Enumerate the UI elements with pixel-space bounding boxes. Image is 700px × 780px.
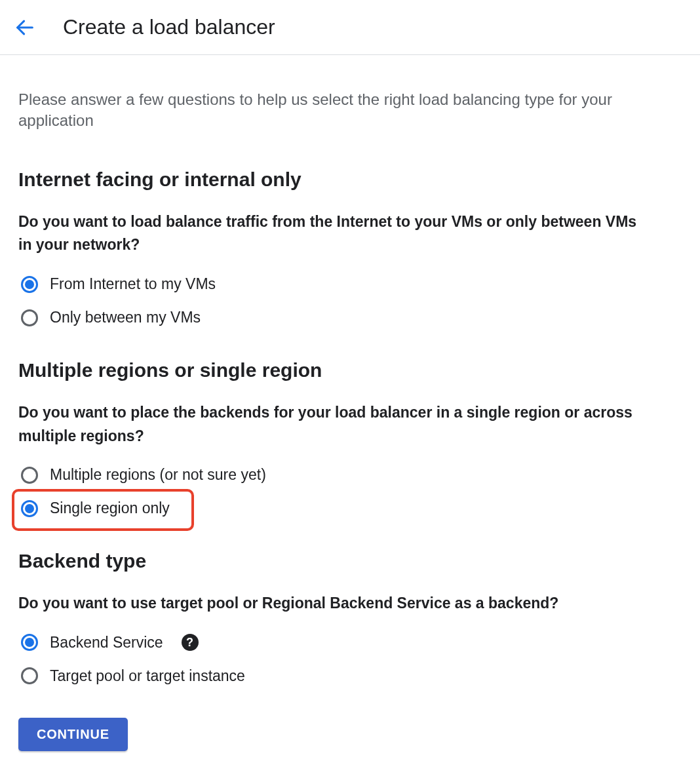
options-region: Multiple regions (or not sure yet) Singl… [18, 462, 645, 521]
radio-icon [21, 634, 38, 651]
section-heading-facing: Internet facing or internal only [18, 168, 645, 191]
radio-icon [21, 309, 38, 326]
radio-label: Only between my VMs [50, 309, 201, 326]
radio-only-between-vms[interactable]: Only between my VMs [18, 305, 645, 330]
page-title: Create a load balancer [63, 15, 275, 39]
radio-icon [21, 500, 38, 517]
section-heading-region: Multiple regions or single region [18, 359, 645, 381]
radio-single-region[interactable]: Single region only [18, 496, 645, 521]
question-facing: Do you want to load balance traffic from… [18, 210, 645, 257]
content: Please answer a few questions to help us… [0, 55, 663, 777]
radio-label: Target pool or target instance [50, 667, 245, 685]
radio-label: Single region only [50, 499, 170, 517]
options-facing: From Internet to my VMs Only between my … [18, 271, 645, 330]
radio-from-internet[interactable]: From Internet to my VMs [18, 271, 645, 297]
radio-icon [21, 667, 38, 684]
continue-button[interactable]: CONTINUE [18, 718, 128, 751]
radio-icon [21, 467, 38, 484]
back-button[interactable] [12, 14, 38, 41]
help-icon[interactable]: ? [182, 634, 199, 651]
radio-multiple-regions[interactable]: Multiple regions (or not sure yet) [18, 462, 645, 488]
radio-label: Multiple regions (or not sure yet) [50, 466, 266, 484]
intro-text: Please answer a few questions to help us… [18, 89, 645, 132]
radio-backend-service[interactable]: Backend Service ? [18, 630, 645, 655]
question-region: Do you want to place the backends for yo… [18, 401, 645, 448]
question-backend: Do you want to use target pool or Region… [18, 592, 645, 615]
radio-label: From Internet to my VMs [50, 275, 216, 293]
radio-icon [21, 276, 38, 293]
section-heading-backend: Backend type [18, 550, 645, 572]
radio-target-pool[interactable]: Target pool or target instance [18, 663, 645, 689]
options-backend: Backend Service ? Target pool or target … [18, 630, 645, 689]
arrow-left-icon [14, 16, 36, 39]
radio-label: Backend Service [50, 634, 163, 652]
topbar: Create a load balancer [0, 0, 700, 55]
